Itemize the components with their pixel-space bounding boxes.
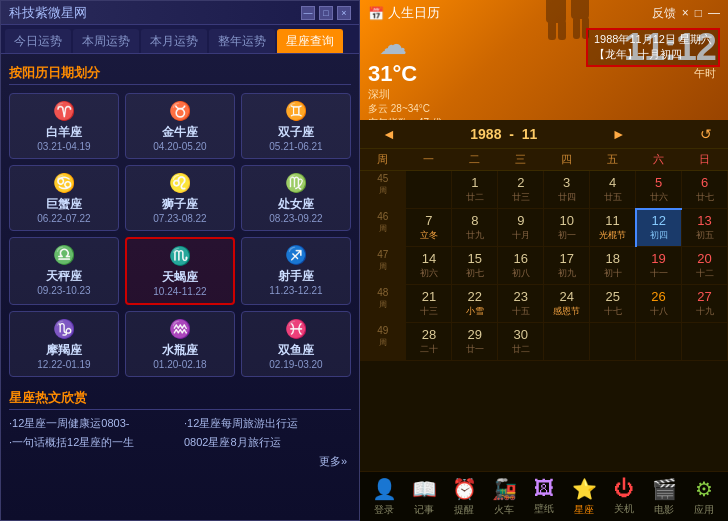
left-panel: 科技紫微星网 — □ × 今日运势 本周运势 本月运势 整年运势 星座查询 按阳… bbox=[0, 0, 360, 521]
day-cell[interactable] bbox=[406, 171, 452, 209]
day-cell[interactable]: 24感恩节 bbox=[544, 285, 590, 323]
year-display: 1988 bbox=[470, 126, 501, 142]
day-cell[interactable]: 6廿七 bbox=[682, 171, 728, 209]
day-cell-empty bbox=[636, 323, 682, 361]
day-cell[interactable]: 25十七 bbox=[590, 285, 636, 323]
day-cell[interactable]: 22小雪 bbox=[452, 285, 498, 323]
table-row: 46周 7立冬 8廿九 9十月 10初一 11光棍节 12初四 13初五 bbox=[360, 209, 728, 247]
hot-link-2[interactable]: ·12星座每周旅游出行运 bbox=[184, 416, 351, 431]
day-cell[interactable]: 19十一 bbox=[636, 247, 682, 285]
day-cell[interactable]: 5廿六 bbox=[636, 171, 682, 209]
refresh-button[interactable]: ↺ bbox=[700, 126, 712, 142]
hot-links: ·12星座一周健康运0803- ·12星座每周旅游出行运 ·一句话概括12星座的… bbox=[9, 416, 351, 450]
gemini-name: 双子座 bbox=[278, 124, 314, 141]
day-cell[interactable]: 28二十 bbox=[406, 323, 452, 361]
zodiac-virgo[interactable]: ♍ 处女座 08.23-09.22 bbox=[241, 165, 351, 231]
zodiac-taurus[interactable]: ♉ 金牛座 04.20-05.20 bbox=[125, 93, 235, 159]
day-cell[interactable]: 10初一 bbox=[544, 209, 590, 247]
zodiac-scorpio[interactable]: ♏ 天蝎座 10.24-11.22 bbox=[125, 237, 235, 305]
hot-link-3[interactable]: ·一句话概括12星座的一生 bbox=[9, 435, 176, 450]
hot-row-2: ·一句话概括12星座的一生 0802星座8月旅行运 bbox=[9, 435, 351, 450]
maximize-button-right[interactable]: □ bbox=[695, 6, 702, 20]
day-cell[interactable]: 20十二 bbox=[682, 247, 728, 285]
day-cell[interactable]: 2廿三 bbox=[498, 171, 544, 209]
day-cell[interactable]: 1廿二 bbox=[452, 171, 498, 209]
toolbar-power[interactable]: ⏻ 关机 bbox=[604, 477, 644, 516]
day-cell-empty bbox=[590, 323, 636, 361]
tab-year[interactable]: 整年运势 bbox=[209, 29, 275, 53]
tab-week[interactable]: 本周运势 bbox=[73, 29, 139, 53]
cancer-name: 巨蟹座 bbox=[46, 196, 82, 213]
day-cell[interactable]: 3廿四 bbox=[544, 171, 590, 209]
day-cell[interactable]: 23十五 bbox=[498, 285, 544, 323]
day-cell[interactable]: 7立冬 bbox=[406, 209, 452, 247]
right-panel: 📅 人生日历 反馈 × □ — ☁ 31°C 深圳 多云 28~34°C 空气指… bbox=[360, 0, 728, 521]
prev-month-button[interactable]: ◄ bbox=[376, 124, 402, 144]
movie-label: 电影 bbox=[654, 503, 674, 517]
zodiac-gemini[interactable]: ♊ 双子座 05.21-06.21 bbox=[241, 93, 351, 159]
toolbar-memo[interactable]: 📖 记事 bbox=[404, 477, 444, 517]
bottom-toolbar: 👤 登录 📖 记事 ⏰ 提醒 🚂 火车 🖼 壁纸 ⭐ 星座 ⏻ 关机 🎬 bbox=[360, 471, 728, 521]
day-cell[interactable]: 16初八 bbox=[498, 247, 544, 285]
toolbar-login[interactable]: 👤 登录 bbox=[364, 477, 404, 517]
toolbar-wallpaper[interactable]: 🖼 壁纸 bbox=[524, 477, 564, 516]
day-cell[interactable]: 14初六 bbox=[406, 247, 452, 285]
hot-link-1[interactable]: ·12星座一周健康运0803- bbox=[9, 416, 176, 431]
zodiac-sagittarius[interactable]: ♐ 射手座 11.23-12.21 bbox=[241, 237, 351, 305]
day-cell[interactable]: 13初五 bbox=[682, 209, 728, 247]
day-cell[interactable]: 29廿一 bbox=[452, 323, 498, 361]
day-cell[interactable]: 4廿五 bbox=[590, 171, 636, 209]
next-month-button[interactable]: ► bbox=[606, 124, 632, 144]
toolbar-reminder[interactable]: ⏰ 提醒 bbox=[444, 477, 484, 517]
close-button[interactable]: × bbox=[337, 6, 351, 20]
weather-icon: ☁ bbox=[368, 28, 418, 61]
day-cell[interactable]: 17初九 bbox=[544, 247, 590, 285]
day-cell[interactable]: 26十八 bbox=[636, 285, 682, 323]
zodiac-leo[interactable]: ♌ 狮子座 07.23-08.22 bbox=[125, 165, 235, 231]
day-cell[interactable]: 27十九 bbox=[682, 285, 728, 323]
gemini-symbol: ♊ bbox=[285, 100, 307, 122]
power-label: 关机 bbox=[614, 502, 634, 516]
day-cell[interactable]: 8廿九 bbox=[452, 209, 498, 247]
minimize-button[interactable]: — bbox=[301, 6, 315, 20]
toolbar-train[interactable]: 🚂 火车 bbox=[484, 477, 524, 517]
toolbar-movie[interactable]: 🎬 电影 bbox=[644, 477, 684, 517]
monday-header: 一 bbox=[406, 149, 452, 171]
minimize-button-right[interactable]: — bbox=[708, 6, 720, 20]
zodiac-cancer[interactable]: ♋ 巨蟹座 06.22-07.22 bbox=[9, 165, 119, 231]
window-controls: — □ × bbox=[301, 6, 351, 20]
zodiac-capricorn[interactable]: ♑ 摩羯座 12.22-01.19 bbox=[9, 311, 119, 377]
zodiac-pisces[interactable]: ♓ 双鱼座 02.19-03.20 bbox=[241, 311, 351, 377]
feedback-button[interactable]: 反馈 bbox=[652, 5, 676, 22]
day-cell[interactable]: 18初十 bbox=[590, 247, 636, 285]
toolbar-zodiac[interactable]: ⭐ 星座 bbox=[564, 477, 604, 517]
day-cell[interactable]: 15初七 bbox=[452, 247, 498, 285]
toolbar-apps[interactable]: ⚙ 应用 bbox=[684, 477, 724, 517]
apps-icon: ⚙ bbox=[695, 477, 713, 501]
today-cell[interactable]: 12初四 bbox=[636, 209, 682, 247]
close-button-right[interactable]: × bbox=[682, 6, 689, 20]
day-cell-empty bbox=[544, 323, 590, 361]
hot-section-title: 星座热文欣赏 bbox=[9, 389, 351, 410]
day-cell[interactable]: 11光棍节 bbox=[590, 209, 636, 247]
sagittarius-symbol: ♐ bbox=[285, 244, 307, 266]
day-cell[interactable]: 30廿二 bbox=[498, 323, 544, 361]
calendar-body: 45周 1廿二 2廿三 3廿四 4廿五 5廿六 6廿七 46周 7立冬 8廿九 … bbox=[360, 171, 728, 361]
day-cell[interactable]: 9十月 bbox=[498, 209, 544, 247]
cancer-date: 06.22-07.22 bbox=[37, 213, 90, 224]
svg-rect-6 bbox=[573, 17, 580, 39]
tab-month[interactable]: 本月运势 bbox=[141, 29, 207, 53]
tab-zodiac[interactable]: 星座查询 bbox=[277, 29, 343, 53]
zodiac-aquarius[interactable]: ♒ 水瓶座 01.20-02.18 bbox=[125, 311, 235, 377]
maximize-button[interactable]: □ bbox=[319, 6, 333, 20]
week-45: 45周 bbox=[360, 171, 406, 209]
tab-today[interactable]: 今日运势 bbox=[5, 29, 71, 53]
zodiac-libra[interactable]: ♎ 天秤座 09.23-10.23 bbox=[9, 237, 119, 305]
hot-link-4[interactable]: 0802星座8月旅行运 bbox=[184, 435, 351, 450]
gemini-date: 05.21-06.21 bbox=[269, 141, 322, 152]
more-link[interactable]: 更多» bbox=[9, 454, 351, 469]
zodiac-aries[interactable]: ♈ 白羊座 03.21-04.19 bbox=[9, 93, 119, 159]
date-line2: 【龙年】十月初四 bbox=[594, 47, 712, 62]
content-area: 按阳历日期划分 ♈ 白羊座 03.21-04.19 ♉ 金牛座 04.20-05… bbox=[1, 54, 359, 520]
day-cell[interactable]: 21十三 bbox=[406, 285, 452, 323]
